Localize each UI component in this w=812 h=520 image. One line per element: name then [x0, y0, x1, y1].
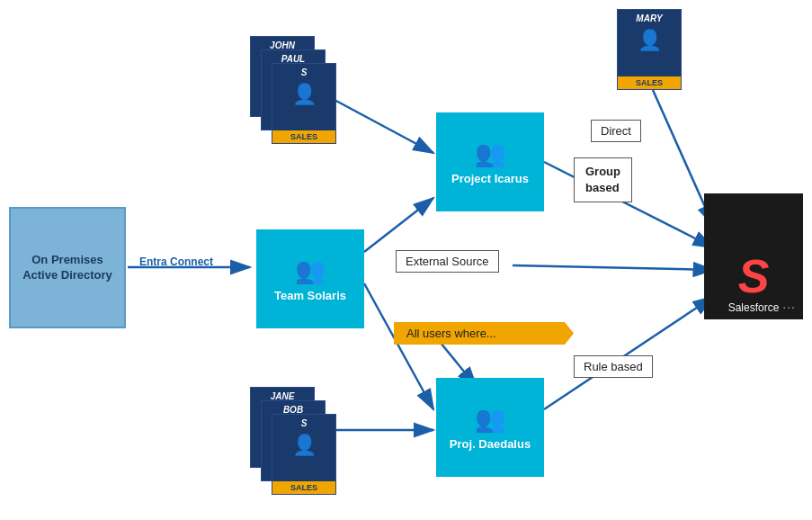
mary-avatar: 👤: [638, 29, 662, 52]
mary-sales-badge: SALES: [618, 76, 681, 89]
s-bottom-name: S: [301, 418, 308, 428]
salesforce-menu-dots[interactable]: ···: [782, 300, 796, 314]
salesforce-label: Salesforce: [728, 301, 780, 314]
team-solaris-box: 👥 Team Solaris: [256, 229, 364, 328]
svg-line-9: [544, 297, 713, 409]
ad-label: On Premises Active Directory: [18, 253, 117, 283]
rule-based-label: Rule based: [574, 355, 653, 378]
bottom-sales-badge: SALES: [272, 481, 335, 494]
entra-connect-label: Entra Connect: [139, 256, 213, 268]
proj-daedalus-label: Proj. Daedalus: [450, 437, 531, 451]
project-icarus-label: Project Icarus: [451, 172, 529, 185]
s-top-name: S: [301, 67, 308, 77]
mary-card: MARY 👤 SALES: [617, 9, 682, 90]
salesforce-logo: S: [738, 253, 770, 300]
diagram-container: On Premises Active Directory Entra Conne…: [0, 0, 812, 520]
svg-line-3: [333, 99, 433, 153]
project-icarus-box: 👥 Project Icarus: [436, 112, 544, 211]
team-solaris-icon: 👥: [295, 256, 326, 285]
team-solaris-label: Team Solaris: [274, 289, 346, 302]
ad-box: On Premises Active Directory: [9, 207, 126, 328]
svg-line-8: [513, 265, 713, 270]
svg-line-4: [364, 198, 433, 252]
s-card-bottom: S 👤 SALES: [272, 414, 336, 495]
external-source-label: External Source: [396, 250, 499, 273]
s-top-avatar: 👤: [292, 83, 317, 106]
proj-daedalus-icon: 👥: [475, 404, 506, 434]
proj-daedalus-box: 👥 Proj. Daedalus: [436, 378, 544, 477]
s-bottom-avatar: 👤: [292, 434, 317, 457]
rule-banner: Rule All users where...: [394, 322, 574, 345]
s-card-top: S 👤 SALES: [272, 63, 336, 144]
rule-banner-text: All users where...: [406, 327, 496, 340]
salesforce-box: S Salesforce ···: [704, 193, 803, 319]
direct-label: Direct: [591, 120, 641, 142]
group-based-label: Groupbased: [574, 157, 632, 202]
rule-badge: Rule: [394, 313, 424, 325]
svg-line-5: [364, 283, 433, 409]
top-sales-badge: SALES: [272, 130, 335, 143]
project-icarus-icon: 👥: [475, 139, 506, 168]
mary-name: MARY: [636, 13, 662, 23]
